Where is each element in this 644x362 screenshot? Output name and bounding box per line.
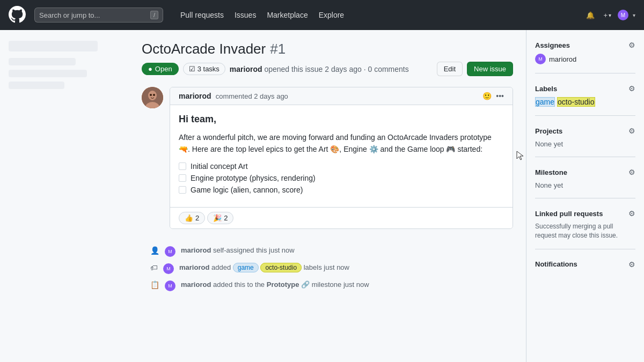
timeline-action-3: added this to the	[213, 280, 267, 289]
timeline-avatar-3: M	[165, 280, 175, 291]
task-checkbox-1[interactable]	[179, 162, 186, 170]
plus-icon: +	[603, 11, 608, 19]
edit-button[interactable]: Edit	[437, 62, 463, 76]
timeline-avatar-2: M	[163, 263, 174, 274]
user-avatar[interactable]: M	[618, 10, 628, 20]
projects-value: None yet	[535, 140, 563, 148]
assignees-gear-icon[interactable]: ⚙	[628, 41, 635, 49]
comment-more-icon[interactable]: •••	[496, 92, 504, 100]
emoji-reaction-icon[interactable]: 🙂	[482, 92, 492, 100]
projects-gear-icon[interactable]: ⚙	[628, 127, 635, 135]
tasks-icon: ☑	[189, 65, 195, 73]
projects-header: Projects ⚙	[535, 127, 635, 135]
issue-status-badge: ● Open	[142, 63, 179, 75]
task-item-3: Game logic (alien, cannon, score)	[179, 186, 504, 194]
label-icon: 🏷	[150, 263, 158, 272]
person-icon: 👤	[150, 246, 159, 255]
comment-section: mariorod commented 2 days ago 🙂 ••• Hi t…	[142, 87, 513, 238]
assignees-section: Assignees ⚙ M mariorod	[535, 41, 635, 73]
main-nav: Pull requests Issues Marketplace Explore	[176, 9, 348, 21]
issue-title-row: OctoArcade Invader #1	[142, 41, 513, 57]
thumbsup-reaction[interactable]: 👍 2	[179, 212, 205, 224]
labels-section: Labels ⚙ game octo-studio	[535, 84, 635, 116]
assignee-name[interactable]: mariorod	[549, 55, 576, 63]
timeline-author-1: mariorod	[181, 246, 211, 254]
avatar-chevron-icon: ▾	[633, 12, 635, 18]
open-circle-icon: ●	[148, 65, 152, 73]
issue-title: OctoArcade Invader	[142, 41, 266, 57]
issue-meta-row: ● Open ☑ 3 tasks mariorod opened this is…	[142, 62, 513, 76]
milestone-title: Milestone	[535, 168, 567, 176]
party-reaction[interactable]: 🎉 2	[207, 212, 233, 224]
linked-pr-section: Linked pull requests ⚙ Successfully merg…	[535, 209, 635, 249]
assignee-avatar: M	[535, 54, 546, 64]
labels-gear-icon[interactable]: ⚙	[628, 84, 635, 93]
milestone-icon: 📋	[150, 280, 159, 289]
timeline-event-labels: 🏷 M mariorod added game octo-studio labe…	[150, 261, 513, 276]
notifications-section: Notifications ⚙	[535, 260, 635, 282]
projects-section: Projects ⚙ None yet	[535, 127, 635, 157]
label-game-badge[interactable]: game	[233, 263, 259, 272]
party-count: 2	[224, 214, 228, 222]
comment-action: commented 2 days ago	[216, 92, 288, 100]
new-issue-button[interactable]: New issue	[467, 62, 513, 76]
nav-pull-requests[interactable]: Pull requests	[176, 9, 228, 21]
labels-title: Labels	[535, 85, 557, 93]
sidebar-label-game[interactable]: game	[535, 97, 555, 107]
nav-explore[interactable]: Explore	[314, 9, 348, 21]
linked-pr-gear-icon[interactable]: ⚙	[628, 209, 635, 218]
search-bar[interactable]: Search or jump to... /	[34, 8, 163, 23]
task-checkbox-2[interactable]	[179, 174, 186, 182]
navbar-right: 🔔 + ▾ M ▾	[584, 9, 635, 21]
timeline-event-assigned: 👤 M mariorod self-assigned this just now	[150, 244, 513, 259]
comment-body: Hi team, After a wonderful pitch, we are…	[170, 105, 513, 207]
assignees-title: Assignees	[535, 41, 570, 49]
tasks-label: 3 tasks	[197, 65, 219, 73]
task-list: Initial concept Art Engine prototype (ph…	[179, 162, 504, 194]
tasks-badge: ☑ 3 tasks	[183, 63, 225, 75]
notifications-title: Notifications	[535, 260, 577, 268]
milestone-value: None yet	[535, 181, 563, 189]
thumbsup-emoji: 👍	[185, 214, 193, 222]
sidebar-label-octo-studio[interactable]: octo-studio	[557, 97, 595, 107]
commenter-avatar	[142, 87, 163, 108]
navbar: Search or jump to... / Pull requests Iss…	[0, 0, 644, 30]
issue-number: #1	[270, 41, 286, 57]
issue-status-label: Open	[155, 65, 172, 73]
labels-list: game octo-studio	[535, 97, 635, 107]
new-item-button[interactable]: + ▾	[601, 9, 613, 21]
right-sidebar: Assignees ⚙ M mariorod Labels ⚙ game oct…	[526, 30, 644, 362]
timeline: 👤 M mariorod self-assigned this just now…	[142, 244, 513, 293]
label-octo-studio-badge[interactable]: octo-studio	[260, 263, 302, 272]
task-item-2: Engine prototype (physics, rendering)	[179, 174, 504, 182]
assignee-row: M mariorod	[535, 54, 635, 64]
comment-text: After a wonderful pitch, we are moving f…	[179, 131, 504, 156]
comment-header: mariorod commented 2 days ago 🙂 •••	[170, 87, 513, 105]
task-checkbox-3[interactable]	[179, 186, 186, 194]
labels-header: Labels ⚙	[535, 84, 635, 93]
notifications-button[interactable]: 🔔	[584, 9, 597, 21]
timeline-author-3: mariorod	[181, 280, 211, 289]
notifications-header: Notifications ⚙	[535, 260, 635, 269]
issue-author[interactable]: mariorod	[230, 65, 262, 73]
task-text-3: Game logic (alien, cannon, score)	[191, 186, 303, 194]
milestone-section: Milestone ⚙ None yet	[535, 168, 635, 198]
bell-icon: 🔔	[586, 11, 595, 19]
linked-pr-header: Linked pull requests ⚙	[535, 209, 635, 218]
comment-author[interactable]: mariorod	[179, 92, 211, 100]
task-text-1: Initial concept Art	[191, 162, 248, 171]
nav-issues[interactable]: Issues	[230, 9, 260, 21]
projects-title: Projects	[535, 127, 562, 135]
milestone-header: Milestone ⚙	[535, 168, 635, 176]
nav-marketplace[interactable]: Marketplace	[262, 9, 312, 21]
party-emoji: 🎉	[213, 214, 222, 222]
timeline-event-milestone: 📋 M mariorod added this to the Prototype…	[150, 278, 513, 293]
milestone-gear-icon[interactable]: ⚙	[628, 168, 635, 176]
comment-title: Hi team,	[179, 114, 504, 125]
notifications-gear-icon[interactable]: ⚙	[628, 260, 635, 269]
timeline-author-2: mariorod	[179, 263, 209, 271]
github-logo[interactable]	[9, 6, 26, 25]
main-content: OctoArcade Invader #1 ● Open ☑ 3 tasks m…	[0, 30, 644, 362]
search-slash-key: /	[150, 11, 158, 19]
timeline-labels-time: labels just now	[304, 263, 349, 271]
